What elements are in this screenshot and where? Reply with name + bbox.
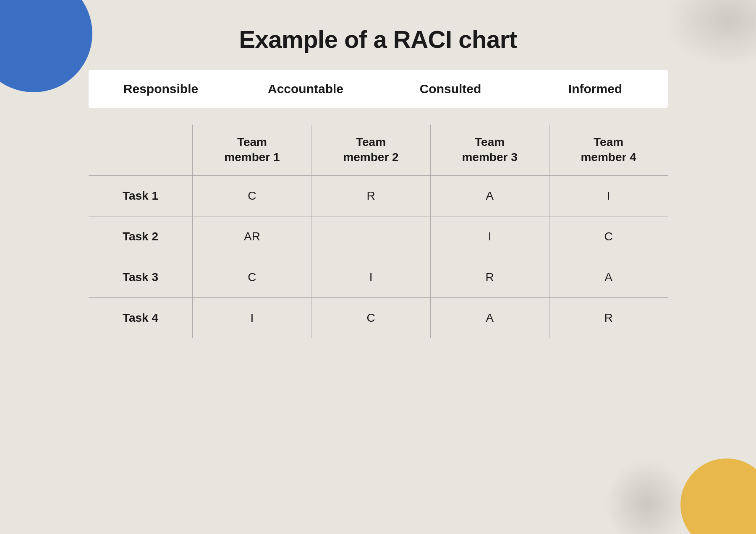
cell-task2-member2 xyxy=(311,216,430,257)
cell-task4-member4: R xyxy=(549,297,667,338)
cell-task4-member3: A xyxy=(430,297,549,338)
cell-task3-member2: I xyxy=(311,257,430,297)
cell-task3-member4: A xyxy=(549,257,667,297)
cell-task1-member4: I xyxy=(549,175,667,216)
table-row: Task 2ARIC xyxy=(89,216,668,257)
page-title: Example of a RACI chart xyxy=(239,25,517,53)
task-label-4: Task 4 xyxy=(89,297,193,338)
role-accountable: Accountable xyxy=(233,82,378,96)
decorative-marble-bottom xyxy=(605,458,689,534)
task-label-3: Task 3 xyxy=(89,257,193,297)
role-informed: Informed xyxy=(523,82,668,96)
cell-task4-member1: I xyxy=(193,297,311,338)
task-column-header xyxy=(89,125,193,175)
table-row: Task 4ICAR xyxy=(89,297,668,338)
cell-task3-member3: R xyxy=(430,257,549,297)
cell-task4-member2: C xyxy=(311,297,430,338)
task-label-2: Task 2 xyxy=(89,216,193,257)
team-member-1-header: Team member 1 xyxy=(193,125,311,175)
cell-task2-member1: AR xyxy=(193,216,311,257)
raci-table-wrapper: Team member 1 Team member 2 Team member … xyxy=(89,125,668,338)
cell-task1-member3: A xyxy=(430,175,549,216)
cell-task1-member2: R xyxy=(311,175,430,216)
decorative-yellow-circle xyxy=(680,458,756,534)
table-row: Task 3CIRA xyxy=(89,257,668,297)
team-member-2-header: Team member 2 xyxy=(311,125,430,175)
raci-table: Team member 1 Team member 2 Team member … xyxy=(89,125,668,338)
team-member-3-header: Team member 3 xyxy=(430,125,549,175)
team-header-row: Team member 1 Team member 2 Team member … xyxy=(89,125,668,175)
team-member-4-header: Team member 4 xyxy=(549,125,667,175)
raci-role-bar: Responsible Accountable Consulted Inform… xyxy=(89,70,668,108)
role-consulted: Consulted xyxy=(378,82,523,96)
role-responsible: Responsible xyxy=(89,82,233,96)
cell-task1-member1: C xyxy=(193,175,311,216)
cell-task3-member1: C xyxy=(193,257,311,297)
cell-task2-member3: I xyxy=(430,216,549,257)
table-row: Task 1CRAI xyxy=(89,175,668,216)
cell-task2-member4: C xyxy=(549,216,667,257)
task-label-1: Task 1 xyxy=(89,175,193,216)
